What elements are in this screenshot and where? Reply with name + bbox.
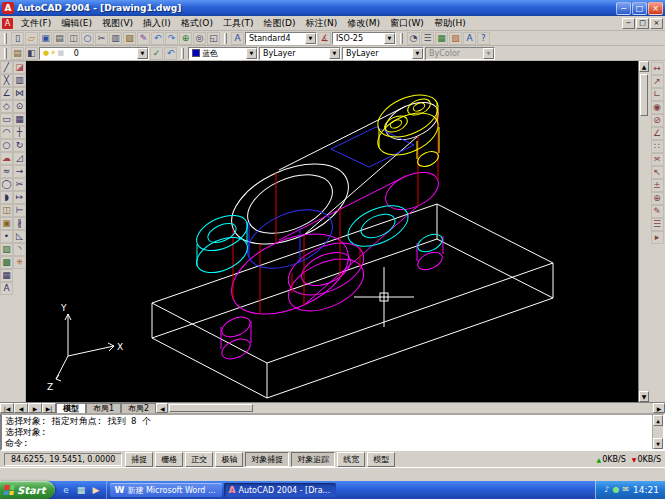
menu-tools[interactable]: 工具(T) (218, 16, 259, 31)
dim-ordinate-icon[interactable]: ∟ (651, 88, 664, 101)
polyline-icon[interactable]: ∠ (0, 87, 13, 100)
chevron-down-icon[interactable]: ▼ (329, 48, 340, 59)
layer-color-icon[interactable]: ■ (65, 50, 72, 57)
show-desktop-icon[interactable]: ▦ (74, 484, 87, 497)
menu-modify[interactable]: 修改(M) (342, 16, 385, 31)
circle-icon[interactable]: ○ (0, 139, 13, 152)
offset-icon[interactable]: ⊙ (13, 100, 26, 113)
toolbar-grip[interactable] (4, 48, 7, 59)
minimize-button[interactable]: − (616, 2, 631, 15)
polygon-icon[interactable]: ◇ (0, 100, 13, 113)
chamfer-icon[interactable]: ◺ (13, 230, 26, 243)
dim-text-edit-icon[interactable]: ☰ (651, 218, 664, 231)
layer-on-icon[interactable]: ● (43, 50, 49, 57)
copy-icon[interactable]: ▥ (13, 74, 26, 87)
match-properties-icon[interactable]: ✎ (137, 32, 150, 45)
scroll-down-icon[interactable]: ▼ (639, 391, 649, 402)
help-icon[interactable]: ? (477, 32, 490, 45)
mdi-restore-button[interactable]: □ (636, 18, 649, 29)
pan-icon[interactable]: ⊕ (179, 32, 192, 45)
make-block-icon[interactable]: ▣ (0, 217, 13, 230)
stretch-icon[interactable]: → (13, 165, 26, 178)
layer-properties-icon[interactable]: ▤ (11, 47, 24, 60)
chevron-down-icon[interactable]: ▼ (412, 48, 423, 59)
grid-toggle[interactable]: 栅格 (155, 452, 183, 467)
tab-model[interactable]: 模型 (56, 403, 86, 413)
start-button[interactable]: Start (0, 481, 55, 499)
model-space-toggle[interactable]: 模型 (367, 452, 395, 467)
tab-nav-prev[interactable]: ◀ (14, 403, 28, 413)
close-button[interactable]: × (648, 2, 663, 15)
lineweight-toggle[interactable]: 线宽 (337, 452, 365, 467)
move-icon[interactable]: ┼ (13, 126, 26, 139)
ellipse-arc-icon[interactable]: ◗ (0, 191, 13, 204)
extend-icon[interactable]: ↦ (13, 191, 26, 204)
osnap-toggle[interactable]: 对象捕捉 (245, 452, 289, 467)
break-at-point-icon[interactable]: ⊢ (13, 204, 26, 217)
ortho-toggle[interactable]: 正交 (185, 452, 213, 467)
dim-diameter-icon[interactable]: ⊘ (651, 114, 664, 127)
linetype-combo[interactable]: ByLayer ▼ (259, 47, 341, 60)
otrack-toggle[interactable]: 对象追踪 (291, 452, 335, 467)
save-icon[interactable]: ▣ (39, 32, 52, 45)
ie-icon[interactable]: e (59, 484, 72, 497)
scroll-down-icon[interactable]: ▼ (653, 438, 663, 449)
taskbar-clock[interactable]: 14:21 (633, 485, 659, 495)
mdi-close-button[interactable]: × (650, 18, 663, 29)
menu-format[interactable]: 格式(O) (176, 16, 218, 31)
task-autocad[interactable]: A AutoCAD 2004 - [Dra... (224, 483, 336, 497)
region-icon[interactable]: ▦ (0, 269, 13, 282)
undo-icon[interactable]: ↶ (151, 32, 164, 45)
command-scrollbar[interactable]: ▲ ▼ (652, 415, 663, 449)
horizontal-scrollbar[interactable]: ◀ ▶ (156, 403, 665, 413)
dim-edit-icon[interactable]: ✎ (651, 205, 664, 218)
designcenter-icon[interactable]: ▦ (435, 32, 448, 45)
paste-icon[interactable]: ▨ (123, 32, 136, 45)
menu-insert[interactable]: 插入(I) (138, 16, 176, 31)
drawing-icon[interactable]: A (2, 18, 13, 29)
explode-icon[interactable]: ✳ (13, 256, 26, 269)
menu-help[interactable]: 帮助(H) (429, 16, 471, 31)
break-icon[interactable]: ∦ (13, 217, 26, 230)
chevron-down-icon[interactable]: ▼ (246, 48, 257, 59)
tab-nav-last[interactable]: ▶| (42, 403, 56, 413)
make-layer-current-icon[interactable]: ✓ (150, 47, 163, 60)
array-icon[interactable]: ▦ (13, 113, 26, 126)
ellipse-icon[interactable]: ◯ (0, 178, 13, 191)
copy-clip-icon[interactable]: ▥ (109, 32, 122, 45)
layer-unlock-icon[interactable]: ■ (57, 50, 64, 57)
toolbar-grip[interactable] (400, 33, 403, 44)
menu-dimension[interactable]: 标注(N) (300, 16, 342, 31)
antivirus-icon[interactable]: ● (612, 486, 619, 494)
dim-aligned-icon[interactable]: ↗ (651, 75, 664, 88)
print-preview-icon[interactable]: ◫ (67, 32, 80, 45)
tool-palettes-icon[interactable]: ▧ (449, 32, 462, 45)
tab-layout1[interactable]: 布局1 (86, 403, 121, 413)
fillet-icon[interactable]: ◝ (13, 243, 26, 256)
menu-view[interactable]: 视图(V) (97, 16, 138, 31)
insert-block-icon[interactable]: ◫ (0, 204, 13, 217)
dim-angular-icon[interactable]: ∠ (651, 127, 664, 140)
scroll-up-icon[interactable]: ▲ (639, 61, 649, 72)
trim-icon[interactable]: ✂ (13, 178, 26, 191)
dim-style-combo[interactable]: ISO-25 ▼ (332, 32, 396, 45)
maximize-button[interactable]: □ (632, 2, 647, 15)
spline-icon[interactable]: ≈ (0, 165, 13, 178)
tab-nav-next[interactable]: ▶ (28, 403, 42, 413)
dim-linear-icon[interactable]: ↔ (651, 62, 664, 75)
dim-tolerance-icon[interactable]: ± (651, 179, 664, 192)
drawing-canvas[interactable]: Y X Z (26, 61, 638, 402)
dim-radius-icon[interactable]: ◉ (651, 101, 664, 114)
dim-center-mark-icon[interactable]: ⊕ (651, 192, 664, 205)
new-icon[interactable]: ▯ (11, 32, 24, 45)
task-word[interactable]: W 新建 Microsoft Word ... (110, 483, 222, 497)
mirror-icon[interactable]: ⋈ (13, 87, 26, 100)
vertical-scroll-thumb[interactable] (640, 74, 648, 116)
point-icon[interactable]: • (0, 230, 13, 243)
menu-draw[interactable]: 绘图(D) (258, 16, 300, 31)
polar-toggle[interactable]: 极轴 (215, 452, 243, 467)
redo-icon[interactable]: ↷ (165, 32, 178, 45)
dim-style-icon[interactable]: ▸ (651, 231, 664, 244)
construction-line-icon[interactable]: ╳ (0, 74, 13, 87)
zoom-realtime-icon[interactable]: ◎ (193, 32, 206, 45)
